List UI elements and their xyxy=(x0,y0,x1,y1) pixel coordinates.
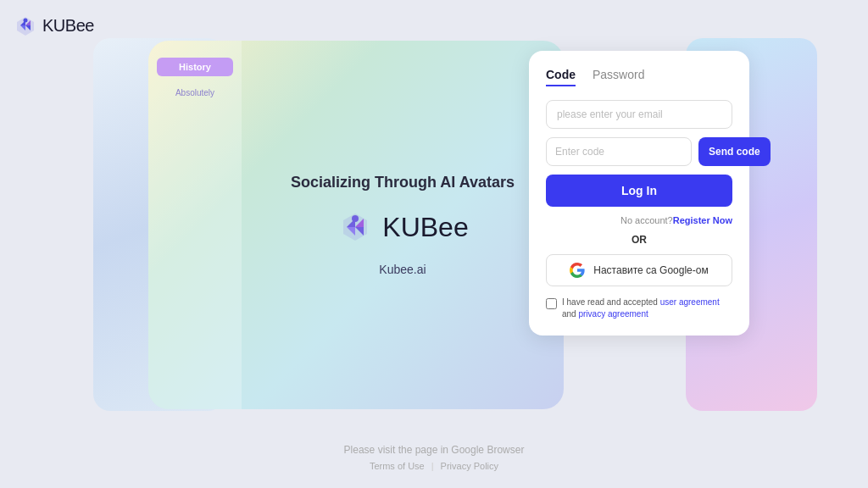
tab-code[interactable]: Code xyxy=(546,68,576,86)
main-brand: KUBee xyxy=(337,208,468,246)
svg-point-1 xyxy=(352,215,359,222)
register-link[interactable]: Register Now xyxy=(673,215,732,225)
brand-bee: Bee xyxy=(420,212,469,242)
main-brand-text: KUBee xyxy=(382,212,468,243)
main-brand-url: Kubee.ai xyxy=(379,263,426,276)
google-signin-label: Наставите са Google-ом xyxy=(593,264,708,276)
logo-ku: KU xyxy=(42,16,65,35)
code-input[interactable] xyxy=(546,137,692,166)
terms-link[interactable]: Terms of Use xyxy=(370,461,425,471)
no-account-text: No account? xyxy=(620,215,673,225)
svg-point-0 xyxy=(24,19,28,23)
send-code-button[interactable]: Send code xyxy=(698,137,771,166)
footer-divider: | xyxy=(431,461,434,471)
top-logo-text: KUBee xyxy=(42,16,94,36)
logo-bee: Bee xyxy=(65,16,94,35)
google-signin-button[interactable]: Наставите са Google-ом xyxy=(546,254,732,286)
sidebar-absolutely-item[interactable]: Absolutely xyxy=(157,85,233,101)
main-tagline: Socializing Through AI Avatars xyxy=(291,174,515,191)
login-panel: Code Password Send code Log In No accoun… xyxy=(529,51,749,336)
main-brand-icon xyxy=(337,208,374,246)
agreement-row: I have read and accepted user agreement … xyxy=(546,297,732,320)
no-account-row: No account?Register Now xyxy=(546,215,732,225)
footer-links: Terms of Use | Privacy Policy xyxy=(344,461,525,471)
email-input[interactable] xyxy=(546,100,732,129)
tab-password[interactable]: Password xyxy=(593,68,644,86)
agreement-text-1: I have read and accepted xyxy=(562,297,658,307)
main-card-sidebar: History Absolutely xyxy=(148,41,242,409)
login-button[interactable]: Log In xyxy=(546,175,732,207)
user-agreement-link[interactable]: user agreement xyxy=(660,297,720,307)
footer: Please visit the page in Google Browser … xyxy=(344,444,525,471)
top-logo: KUBee xyxy=(14,14,94,37)
or-divider: OR xyxy=(546,234,732,246)
main-card-content: Socializing Through AI Avatars KUBee Kub… xyxy=(242,41,564,409)
code-row: Send code xyxy=(546,137,732,166)
privacy-link[interactable]: Privacy Policy xyxy=(441,461,498,471)
login-tabs: Code Password xyxy=(546,68,732,86)
brand-ku: KU xyxy=(382,212,420,242)
email-group xyxy=(546,100,732,129)
kubee-logo-icon xyxy=(14,14,37,37)
agreement-text: I have read and accepted user agreement … xyxy=(562,297,732,320)
agreement-checkbox[interactable] xyxy=(546,298,557,309)
agreement-and: and xyxy=(562,309,576,319)
sidebar-history-item[interactable]: History xyxy=(157,58,233,76)
google-icon xyxy=(570,263,585,278)
main-card: History Absolutely Socializing Through A… xyxy=(148,41,564,409)
browser-note: Please visit the page in Google Browser xyxy=(344,444,525,456)
privacy-agreement-link[interactable]: privacy agreement xyxy=(578,309,648,319)
